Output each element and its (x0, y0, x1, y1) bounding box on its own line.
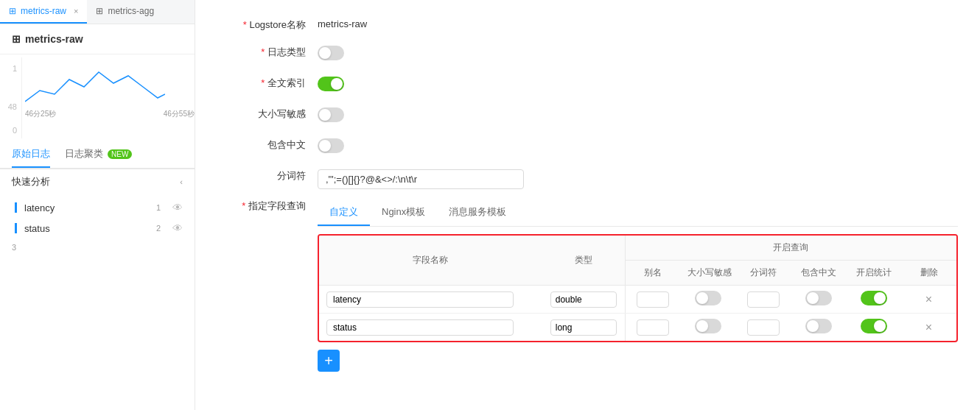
select-type-latency[interactable]: double long float text json (550, 291, 617, 308)
chart-section: 1 48 0 46分25秒 46分55秒 (0, 54, 195, 141)
toggle-case[interactable] (318, 107, 344, 122)
tab-metrics-raw[interactable]: ⊞ metrics-raw × (0, 0, 87, 24)
label-fieldquery: 指定字段查询 (217, 199, 306, 213)
label-logtype: 日志类型 (217, 42, 306, 59)
sidebar-title: ⊞ metrics-raw (0, 24, 195, 54)
input-tokenizer-latency[interactable] (747, 291, 780, 308)
field-bar2 (15, 223, 17, 233)
query-tab-custom[interactable]: 自定义 (318, 199, 370, 226)
nav-tab-cluster[interactable]: 日志聚类 NEW (65, 141, 132, 168)
field-name-status: status (24, 223, 50, 234)
field-table-container: 字段名称 类型 开启查询 别名 大小写敏感 分词符 包含中文 开启统计 删除 (318, 234, 958, 342)
time-labels: 46分25秒 46分55秒 (25, 109, 195, 119)
value-logstore: metrics-raw (318, 15, 958, 29)
field-eye-latency[interactable]: 👁 (172, 202, 183, 213)
field-list: latency 1 👁 status 2 👁 3 (0, 194, 195, 259)
th-alias: 别名 (625, 261, 680, 286)
cell-type-status: double long float text json (542, 314, 625, 342)
collapse-icon: ‹ (180, 177, 183, 186)
cell-tokenizer-latency (735, 286, 791, 314)
query-tab-nginx[interactable]: Nginx模板 (370, 199, 437, 226)
cell-stat-latency (846, 286, 901, 314)
form-row-logstore: Logstore名称 metrics-raw (217, 15, 958, 32)
quick-analyze-section[interactable]: 快速分析 ‹ (0, 169, 195, 194)
line-numbers: 1 48 0 (0, 57, 22, 138)
query-tab-mq[interactable]: 消息服务模板 (437, 199, 518, 226)
label-chinese: 包含中文 (217, 135, 306, 152)
form-row-fulltext: 全文索引 (217, 73, 958, 93)
label-fulltext: 全文索引 (217, 73, 306, 90)
toggle-case-latency[interactable] (695, 291, 721, 305)
form-row-fieldquery: 指定字段查询 自定义 Nginx模板 消息服务模板 字段名称 类型 开启查询 (217, 199, 958, 372)
th-field-name: 字段名称 (319, 236, 542, 286)
toggle-stat-status[interactable] (861, 319, 887, 333)
form-row-case: 大小写敏感 (217, 104, 958, 124)
toggle-chinese-status[interactable] (805, 319, 832, 333)
field-bar (15, 202, 17, 213)
cell-stat-status (846, 314, 901, 342)
cell-delete-status: × (901, 314, 956, 342)
delete-btn-status[interactable]: × (925, 321, 932, 333)
delete-btn-latency[interactable]: × (925, 293, 932, 305)
tab-close-metrics-raw[interactable]: × (74, 7, 78, 15)
field-item-latency[interactable]: latency 1 👁 (0, 197, 195, 218)
sidebar-title-icon: ⊞ (12, 33, 21, 45)
input-field-latency[interactable] (326, 291, 514, 308)
tab-label2: metrics-agg (108, 6, 154, 16)
input-field-status[interactable] (326, 319, 514, 336)
th-case-sensitive: 大小写敏感 (680, 261, 735, 286)
input-tokenizer[interactable] (318, 169, 524, 189)
select-type-status[interactable]: double long float text json (550, 319, 617, 336)
cell-tokenizer-status (735, 314, 791, 342)
form-row-logtype: 日志类型 (217, 42, 958, 63)
sidebar: ⊞ metrics-raw × ⊞ metrics-agg ⊞ metrics-… (0, 0, 195, 410)
form-row-chinese: 包含中文 (217, 135, 958, 155)
chart-svg (25, 57, 165, 105)
input-alias-latency[interactable] (637, 291, 669, 308)
cell-alias-latency (625, 286, 680, 314)
cell-chinese-latency (791, 286, 846, 314)
field-item-status[interactable]: status 2 👁 (0, 218, 195, 238)
cell-field-latency (319, 286, 542, 314)
table-row-latency: double long float text json (319, 286, 956, 314)
analyze-label: 快速分析 (12, 175, 50, 188)
label-case: 大小写敏感 (217, 104, 306, 121)
cell-field-status (319, 314, 542, 342)
label-tokenizer: 分词符 (217, 166, 306, 183)
table-header-row: 字段名称 类型 开启查询 (319, 236, 956, 261)
input-tokenizer-status[interactable] (747, 319, 780, 336)
toggle-stat-latency[interactable] (861, 291, 887, 305)
toggle-fulltext[interactable] (318, 77, 344, 91)
tab-icon2: ⊞ (96, 6, 103, 16)
add-field-button[interactable]: + (318, 350, 340, 372)
tab-metrics-agg[interactable]: ⊞ metrics-agg (87, 0, 163, 24)
toggle-logtype[interactable] (318, 46, 344, 60)
nav-tabs: 原始日志 日志聚类 NEW (0, 141, 195, 169)
tab-icon: ⊞ (9, 6, 16, 16)
cell-alias-status (625, 314, 680, 342)
th-open-query-group: 开启查询 (625, 236, 956, 261)
th-include-chinese: 包含中文 (791, 261, 846, 286)
toggle-chinese-latency[interactable] (805, 291, 832, 305)
field-table: 字段名称 类型 开启查询 别名 大小写敏感 分词符 包含中文 开启统计 删除 (319, 236, 956, 341)
tab-bar: ⊞ metrics-raw × ⊞ metrics-agg (0, 0, 195, 24)
nav-tab-raw[interactable]: 原始日志 (12, 141, 50, 168)
form-row-tokenizer: 分词符 (217, 166, 958, 189)
field-name-latency: latency (24, 202, 55, 213)
chart-content: 46分25秒 46分55秒 (22, 57, 195, 138)
cell-type-latency: double long float text json (542, 286, 625, 314)
section-number-3: 3 (0, 238, 195, 256)
toggle-chinese[interactable] (318, 138, 344, 153)
cell-chinese-status (791, 314, 846, 342)
cell-delete-latency: × (901, 286, 956, 314)
toggle-case-status[interactable] (695, 319, 721, 333)
query-tabs: 自定义 Nginx模板 消息服务模板 (318, 199, 958, 227)
cell-case-latency (680, 286, 735, 314)
main-panel: Logstore名称 metrics-raw 日志类型 全文索引 大小写敏感 包… (195, 0, 980, 410)
cell-case-status (680, 314, 735, 342)
th-delete: 删除 (901, 261, 956, 286)
th-type: 类型 (542, 236, 625, 286)
th-tokenizer: 分词符 (735, 261, 791, 286)
field-eye-status[interactable]: 👁 (172, 222, 183, 234)
input-alias-status[interactable] (637, 319, 669, 336)
